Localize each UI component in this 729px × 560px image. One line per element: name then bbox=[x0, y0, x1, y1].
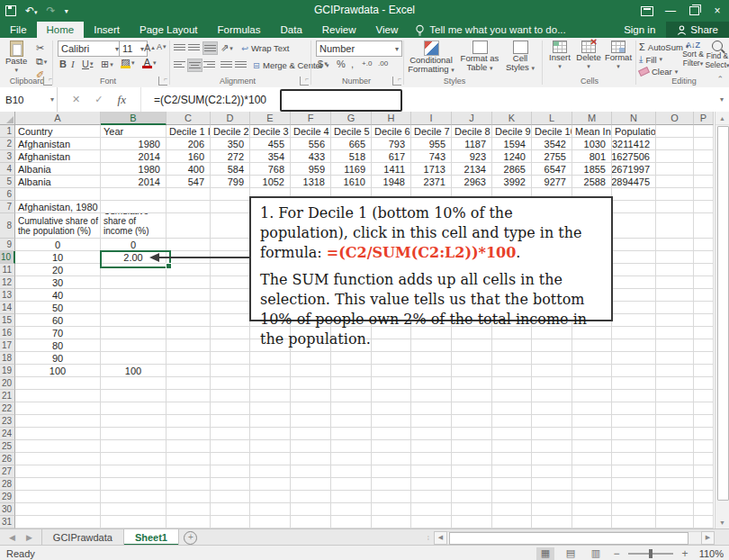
cell-M19[interactable] bbox=[572, 365, 612, 377]
cell-B23[interactable] bbox=[101, 415, 166, 428]
cell-B13[interactable] bbox=[101, 289, 166, 302]
cell-D24[interactable] bbox=[211, 428, 250, 440]
bottom-align-button[interactable] bbox=[202, 41, 218, 55]
row-header-6[interactable]: 6 bbox=[0, 188, 15, 201]
cell-K21[interactable] bbox=[492, 390, 532, 402]
cell-P13[interactable] bbox=[694, 289, 714, 302]
cell-M20[interactable] bbox=[572, 377, 612, 390]
cell-K2[interactable]: 1594 bbox=[492, 138, 532, 150]
formula-bar-expand-icon[interactable]: ▾ bbox=[715, 87, 729, 112]
cell-P10[interactable] bbox=[694, 251, 714, 264]
cell-J20[interactable] bbox=[452, 377, 492, 390]
conditional-formatting-button[interactable]: ConditionalFormatting ▾ bbox=[407, 41, 455, 75]
cell-A19[interactable]: 100 bbox=[15, 365, 101, 377]
cell-N23[interactable] bbox=[612, 415, 656, 428]
cell-L22[interactable] bbox=[532, 402, 572, 415]
cell-I20[interactable] bbox=[411, 377, 452, 390]
collapse-ribbon-icon[interactable]: ⌃ bbox=[716, 75, 724, 84]
cell-D28[interactable] bbox=[211, 478, 250, 491]
cell-B12[interactable] bbox=[101, 276, 166, 289]
cell-H25[interactable] bbox=[372, 440, 411, 453]
cell-H1[interactable]: Decile 6 In bbox=[372, 125, 411, 138]
cell-D31[interactable] bbox=[211, 516, 250, 528]
row-header-28[interactable]: 28 bbox=[0, 478, 15, 491]
cell-P22[interactable] bbox=[694, 402, 714, 415]
cell-M25[interactable] bbox=[572, 440, 612, 453]
cell-L27[interactable] bbox=[532, 465, 572, 478]
cell-A17[interactable]: 80 bbox=[15, 339, 101, 352]
cell-A1[interactable]: Country bbox=[15, 125, 101, 138]
cell-G19[interactable] bbox=[331, 365, 372, 377]
fill-color-button[interactable]: ▨▾ bbox=[121, 58, 135, 68]
cell-D25[interactable] bbox=[211, 440, 250, 453]
cell-E23[interactable] bbox=[250, 415, 291, 428]
cell-N14[interactable] bbox=[612, 302, 656, 314]
cell-P2[interactable] bbox=[694, 138, 714, 150]
decrease-indent-button[interactable] bbox=[220, 59, 232, 69]
cell-N29[interactable] bbox=[612, 491, 656, 503]
cell-D15[interactable] bbox=[211, 314, 250, 327]
cell-B27[interactable] bbox=[101, 465, 166, 478]
cell-N11[interactable] bbox=[612, 264, 656, 276]
cell-C25[interactable] bbox=[166, 440, 211, 453]
cell-N7[interactable] bbox=[612, 201, 656, 213]
cell-O14[interactable] bbox=[656, 302, 694, 314]
cell-E19[interactable] bbox=[250, 365, 291, 377]
cell-E21[interactable] bbox=[250, 390, 291, 402]
scroll-left-icon[interactable]: ◀ bbox=[434, 531, 447, 545]
cell-N16[interactable] bbox=[612, 327, 656, 339]
cell-L26[interactable] bbox=[532, 453, 572, 465]
cell-L29[interactable] bbox=[532, 491, 572, 503]
cell-A11[interactable]: 20 bbox=[15, 264, 101, 276]
clear-button[interactable]: Clear▾ bbox=[639, 67, 678, 77]
row-header-17[interactable]: 17 bbox=[0, 339, 15, 352]
column-header-H[interactable]: H bbox=[372, 112, 411, 125]
cell-A23[interactable] bbox=[15, 415, 101, 428]
cell-D17[interactable] bbox=[211, 339, 250, 352]
cell-C24[interactable] bbox=[166, 428, 211, 440]
cell-B7[interactable] bbox=[101, 201, 166, 213]
cell-O25[interactable] bbox=[656, 440, 694, 453]
cell-P28[interactable] bbox=[694, 478, 714, 491]
cell-D3[interactable]: 272 bbox=[211, 150, 250, 163]
cell-K29[interactable] bbox=[492, 491, 532, 503]
cell-B26[interactable] bbox=[101, 453, 166, 465]
row-header-7[interactable]: 7 bbox=[0, 201, 15, 213]
cell-D23[interactable] bbox=[211, 415, 250, 428]
cell-D18[interactable] bbox=[211, 352, 250, 365]
cell-P16[interactable] bbox=[694, 327, 714, 339]
cell-L21[interactable] bbox=[532, 390, 572, 402]
row-header-31[interactable]: 31 bbox=[0, 516, 15, 528]
cell-G1[interactable]: Decile 5 In bbox=[331, 125, 372, 138]
row-header-24[interactable]: 24 bbox=[0, 428, 15, 440]
alignment-dialog-launcher[interactable]: ⌐ bbox=[300, 77, 309, 86]
page-break-view-icon[interactable]: ▥ bbox=[587, 547, 605, 560]
cell-C30[interactable] bbox=[166, 503, 211, 516]
cell-L4[interactable]: 6547 bbox=[532, 163, 572, 176]
cell-D6[interactable] bbox=[211, 188, 250, 201]
cell-J25[interactable] bbox=[452, 440, 492, 453]
cell-C22[interactable] bbox=[166, 402, 211, 415]
cell-I25[interactable] bbox=[411, 440, 452, 453]
insert-cells-button[interactable]: Insert▾ bbox=[546, 41, 573, 71]
cell-B25[interactable] bbox=[101, 440, 166, 453]
cell-O21[interactable] bbox=[656, 390, 694, 402]
cell-K5[interactable]: 3992 bbox=[492, 176, 532, 188]
cell-A29[interactable] bbox=[15, 491, 101, 503]
cell-H19[interactable] bbox=[372, 365, 411, 377]
cell-E18[interactable] bbox=[250, 352, 291, 365]
font-color-button[interactable]: A▾ bbox=[142, 58, 157, 68]
cell-O1[interactable] bbox=[656, 125, 694, 138]
cell-H29[interactable] bbox=[372, 491, 411, 503]
formula-input[interactable]: =(C2/SUM(C2:L2))*100 bbox=[141, 87, 715, 112]
cell-D8[interactable] bbox=[211, 213, 250, 239]
row-header-27[interactable]: 27 bbox=[0, 465, 15, 478]
cell-C11[interactable] bbox=[166, 264, 211, 276]
cell-C12[interactable] bbox=[166, 276, 211, 289]
row-header-21[interactable]: 21 bbox=[0, 390, 15, 402]
row-header-12[interactable]: 12 bbox=[0, 276, 15, 289]
cell-P31[interactable] bbox=[694, 516, 714, 528]
cell-I3[interactable]: 743 bbox=[411, 150, 452, 163]
cell-O18[interactable] bbox=[656, 352, 694, 365]
cell-E26[interactable] bbox=[250, 453, 291, 465]
